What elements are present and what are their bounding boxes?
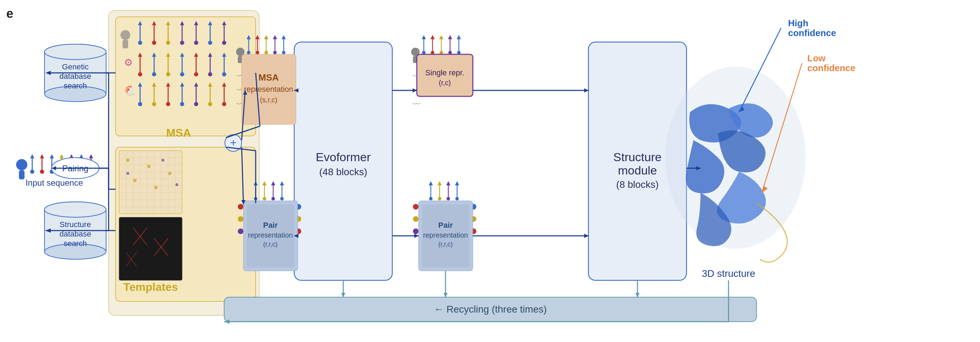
svg-point-175 [238, 216, 243, 222]
svg-point-147 [256, 51, 259, 54]
svg-point-150 [264, 51, 268, 54]
svg-text:Genetic: Genetic [62, 62, 89, 71]
svg-marker-135 [89, 154, 93, 158]
svg-text:Low: Low [807, 53, 826, 64]
svg-point-114 [16, 159, 27, 170]
svg-point-48 [180, 72, 184, 76]
svg-text:Single repr.: Single repr. [425, 68, 464, 77]
svg-point-170 [272, 197, 275, 200]
svg-point-69 [180, 102, 184, 106]
svg-text:(s,r,c): (s,r,c) [260, 96, 277, 104]
svg-point-216 [447, 197, 450, 200]
svg-text:🐔: 🐔 [123, 85, 135, 96]
svg-marker-172 [280, 181, 284, 185]
svg-point-10 [45, 202, 106, 217]
svg-marker-166 [262, 181, 267, 185]
svg-marker-155 [282, 35, 286, 39]
structure-module-label: Structure [613, 150, 662, 164]
svg-point-45 [166, 72, 170, 76]
svg-point-220 [413, 204, 418, 210]
svg-point-51 [194, 72, 198, 76]
svg-marker-283 [635, 293, 640, 297]
svg-marker-218 [455, 181, 459, 185]
svg-text:(r,r,c): (r,r,c) [439, 241, 453, 248]
svg-text:confidence: confidence [807, 63, 855, 73]
svg-point-21 [152, 41, 156, 45]
svg-point-60 [138, 102, 142, 106]
svg-marker-117 [30, 154, 34, 158]
svg-marker-281 [444, 293, 448, 297]
svg-text:MSA: MSA [258, 72, 279, 83]
svg-text:High: High [788, 18, 808, 29]
svg-marker-120 [40, 154, 44, 158]
svg-text:MSA: MSA [166, 127, 191, 139]
svg-text:Templates: Templates [123, 281, 178, 293]
svg-rect-13 [123, 40, 128, 48]
svg-point-99 [147, 165, 151, 168]
svg-point-72 [194, 102, 198, 106]
svg-point-174 [238, 204, 243, 210]
svg-text:database: database [60, 229, 91, 238]
svg-marker-197 [439, 35, 444, 39]
svg-marker-273 [584, 88, 589, 92]
svg-point-219 [455, 197, 459, 200]
svg-text:+: + [230, 136, 237, 149]
svg-point-100 [168, 172, 172, 175]
svg-rect-106 [119, 217, 182, 280]
svg-text:search: search [64, 239, 87, 248]
svg-marker-200 [448, 35, 452, 39]
diagram-container: e ⚙ 🐔 [0, 0, 980, 342]
svg-marker-203 [457, 35, 461, 39]
svg-text:Pair: Pair [438, 221, 453, 229]
svg-point-104 [126, 172, 129, 175]
svg-text:search: search [64, 81, 87, 90]
svg-rect-115 [19, 170, 24, 180]
svg-point-54 [208, 72, 212, 76]
svg-text:confidence: confidence [788, 28, 836, 38]
svg-point-36 [222, 41, 226, 45]
structure-label: 3D structure [702, 268, 756, 279]
svg-point-121 [40, 170, 44, 174]
svg-marker-194 [430, 35, 435, 39]
svg-point-176 [238, 229, 243, 234]
svg-text:database: database [60, 72, 91, 81]
svg-point-78 [222, 102, 226, 106]
svg-text:representation: representation [248, 231, 293, 239]
svg-point-144 [247, 51, 250, 54]
svg-point-24 [166, 41, 170, 45]
svg-text:(8 blocks): (8 blocks) [616, 179, 659, 190]
svg-marker-169 [271, 181, 275, 185]
svg-text:Structure: Structure [60, 220, 91, 229]
svg-marker-275 [584, 234, 589, 238]
svg-text:Pair: Pair [263, 221, 278, 229]
svg-marker-149 [264, 35, 268, 39]
svg-point-101 [133, 179, 137, 182]
svg-marker-152 [273, 35, 277, 39]
svg-marker-209 [429, 181, 433, 185]
svg-point-66 [166, 102, 170, 106]
svg-marker-212 [438, 181, 442, 185]
evoformer-label: Evoformer [316, 150, 371, 164]
svg-point-153 [273, 51, 277, 54]
input-sequence-label: Input sequence [25, 178, 83, 188]
svg-point-156 [282, 51, 285, 54]
svg-point-18 [138, 41, 142, 45]
svg-point-39 [138, 72, 142, 76]
svg-point-27 [180, 41, 184, 45]
svg-marker-279 [341, 293, 345, 297]
svg-point-12 [121, 30, 130, 40]
svg-marker-215 [446, 181, 450, 185]
svg-marker-271 [414, 234, 418, 238]
svg-point-6 [45, 44, 106, 60]
svg-text:⚙: ⚙ [124, 57, 133, 68]
svg-point-105 [175, 183, 178, 186]
svg-point-30 [194, 41, 198, 45]
svg-point-63 [152, 102, 156, 106]
svg-text:(r,r,c): (r,r,c) [263, 241, 278, 248]
svg-text:〰: 〰 [413, 100, 420, 109]
svg-point-75 [208, 102, 212, 106]
svg-text:representation: representation [423, 231, 468, 239]
svg-rect-11 [116, 17, 256, 136]
svg-point-42 [152, 72, 156, 76]
svg-point-57 [222, 72, 226, 76]
